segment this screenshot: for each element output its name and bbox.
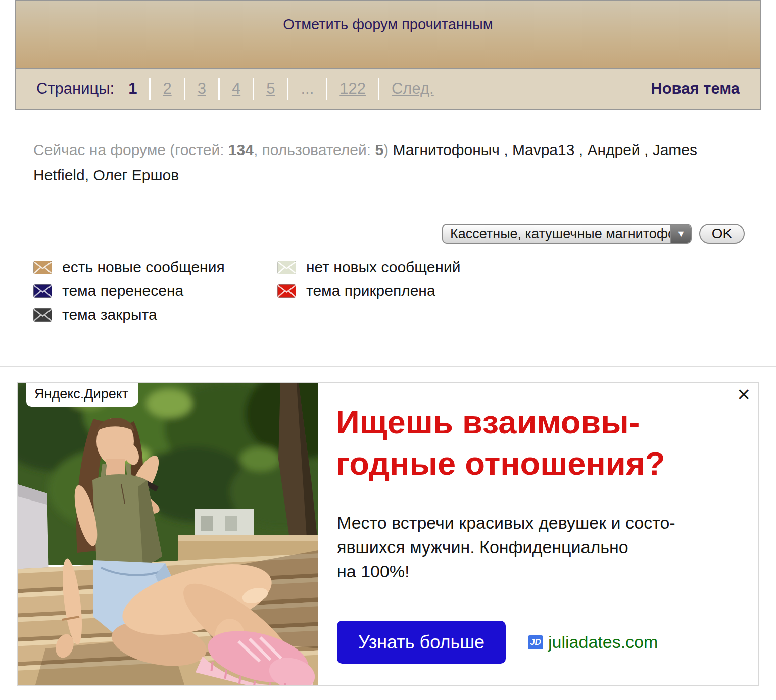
envelope-pinned-icon	[277, 284, 296, 298]
forum-footer-box: Отметить форум прочитанным Страницы: 1 2…	[15, 0, 761, 110]
legend-label: тема перенесена	[62, 282, 183, 299]
forum-page: Отметить форум прочитанным Страницы: 1 2…	[0, 0, 776, 700]
page-link-5[interactable]: 5	[266, 80, 275, 98]
ad-photo-illustration	[18, 383, 318, 685]
legend-label: тема закрыта	[62, 306, 157, 323]
page-link-4[interactable]: 4	[232, 80, 240, 98]
ad-cta-row: Узнать больше JD juliadates.com	[337, 621, 658, 664]
envelope-new-icon	[33, 261, 52, 274]
username-separator: ,	[640, 141, 653, 158]
ad-body-line1: Место встречи красивых девушек и состо-	[337, 511, 675, 535]
username-link[interactable]: Mavpa13	[512, 141, 574, 158]
username-separator: ,	[500, 141, 512, 158]
online-users-line: Сейчас на форуме (гостей: 134, пользоват…	[33, 137, 715, 188]
guests-count: 134	[228, 141, 254, 158]
envelope-none-icon	[277, 261, 296, 274]
new-topic-button[interactable]: Новая тема	[651, 80, 740, 98]
pages-label: Страницы:	[36, 80, 114, 98]
jd-brand-icon: JD	[528, 635, 543, 649]
legend-item-new: есть новые сообщения	[33, 258, 225, 276]
dropdown-arrow-icon: ▼	[670, 225, 691, 243]
page-ellipsis: ...	[301, 80, 314, 98]
ad-photo[interactable]: Яндекс.Директ	[18, 383, 318, 685]
envelope-moved-icon	[33, 284, 52, 298]
legend-item-closed: тема закрыта	[33, 306, 157, 324]
pagination-bar: Страницы: 1 2 3 4 5 ... 122 След. Новая …	[16, 68, 760, 109]
page-divider	[287, 78, 288, 100]
page-divider	[253, 78, 254, 100]
legend-label: есть новые сообщения	[62, 259, 225, 276]
close-icon[interactable]: ×	[737, 383, 750, 406]
page-current: 1	[128, 80, 137, 98]
legend-item-moved: тема перенесена	[33, 282, 183, 300]
page-link-last[interactable]: 122	[340, 80, 366, 98]
page-link-3[interactable]: 3	[198, 80, 206, 98]
ad-body-text: Место встречи красивых девушек и состо- …	[337, 511, 675, 583]
forum-footer-upper: Отметить форум прочитанным	[16, 1, 760, 68]
legend-item-none: нет новых сообщений	[277, 258, 460, 276]
forum-jump-selected-value: Кассетные, катушечные магнитофоны (а	[443, 225, 670, 243]
ok-button[interactable]: OK	[699, 224, 745, 244]
page-link-2[interactable]: 2	[163, 80, 171, 98]
learn-more-button[interactable]: Узнать больше	[337, 621, 506, 664]
yandex-direct-ad: Яндекс.Директ × Ищешь взаимовы- годные о…	[17, 382, 759, 686]
username-separator: ,	[85, 167, 93, 183]
online-suffix: )	[383, 141, 393, 158]
page-divider	[326, 78, 327, 100]
online-middle: , пользователей:	[254, 141, 375, 158]
online-prefix: Сейчас на форуме (гостей:	[33, 141, 228, 158]
username-link[interactable]: Магнитофоныч	[393, 141, 500, 158]
forum-jump-select[interactable]: Кассетные, катушечные магнитофоны (а ▼	[442, 224, 692, 244]
username-link[interactable]: Андрей	[587, 141, 640, 158]
legend-label: тема прикреплена	[306, 282, 435, 299]
username-separator: ,	[574, 141, 587, 158]
ad-headline[interactable]: Ищешь взаимовы- годные отношения?	[336, 402, 665, 484]
page-divider	[218, 78, 220, 100]
username-link[interactable]: Олег Ершов	[93, 167, 179, 183]
page-divider	[184, 78, 185, 100]
page-divider	[378, 78, 379, 100]
ad-headline-line1: Ищешь взаимовы-	[336, 402, 665, 443]
envelope-closed-icon	[33, 308, 52, 322]
ad-headline-line2: годные отношения?	[336, 443, 665, 484]
users-count: 5	[375, 141, 383, 158]
legend-label: нет новых сообщений	[306, 259, 460, 276]
legend-item-pinned: тема прикреплена	[277, 282, 435, 300]
mark-forum-read-link[interactable]: Отметить форум прочитанным	[16, 16, 760, 33]
ad-body-line2: явшихся мужчин. Конфиденциально	[337, 535, 675, 559]
yandex-direct-label[interactable]: Яндекс.Директ	[26, 383, 138, 407]
ad-body-line3: на 100%!	[337, 559, 675, 583]
next-page-link[interactable]: След.	[392, 80, 434, 98]
advertiser-domain-link[interactable]: juliadates.com	[548, 632, 658, 652]
page-divider	[149, 78, 151, 100]
content-divider	[0, 366, 776, 367]
